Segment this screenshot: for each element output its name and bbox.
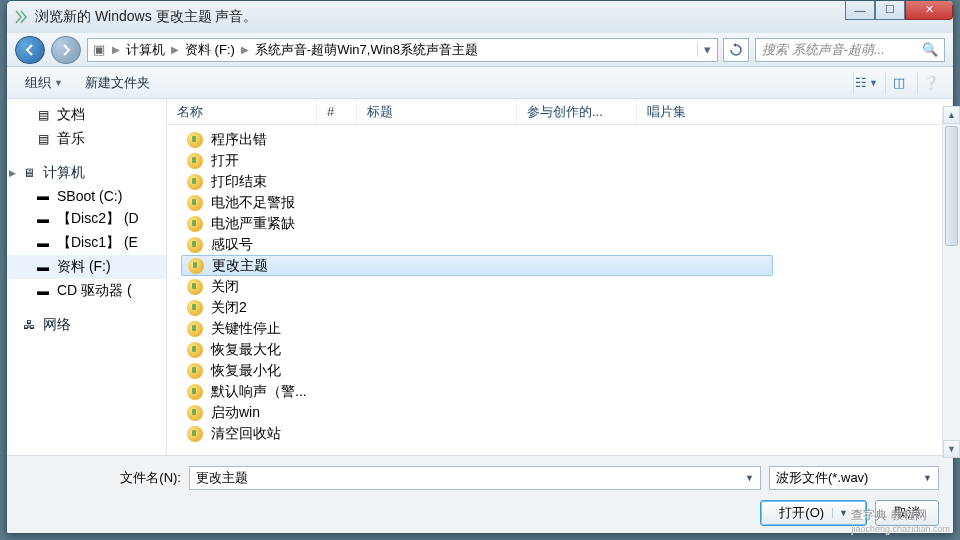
file-row[interactable]: 打开 xyxy=(167,150,953,171)
sidebar-item-drive[interactable]: ▬SBoot (C:) xyxy=(7,185,166,207)
path-dropdown[interactable]: ▾ xyxy=(697,42,717,57)
network-icon: 🖧 xyxy=(21,317,37,333)
scroll-up-button[interactable]: ▲ xyxy=(943,106,960,124)
audio-file-icon xyxy=(187,132,203,148)
file-row[interactable]: 关闭2 xyxy=(167,297,953,318)
window-title: 浏览新的 Windows 更改主题 声音。 xyxy=(35,8,947,26)
col-title[interactable]: 标题 xyxy=(357,99,517,124)
drive-icon: ▬ xyxy=(35,259,51,275)
audio-file-icon xyxy=(187,384,203,400)
dialog-body: ▤文档 ▤音乐 ▶🖥计算机 ▬SBoot (C:)▬【Disc2】 (D▬【Di… xyxy=(7,99,953,455)
file-row[interactable]: 清空回收站 xyxy=(167,423,953,444)
file-row[interactable]: 启动win xyxy=(167,402,953,423)
sidebar-item-drive[interactable]: ▬资料 (F:) xyxy=(7,255,166,279)
drive-icon: ▬ xyxy=(35,235,51,251)
title-bar[interactable]: 浏览新的 Windows 更改主题 声音。 — ☐ ✕ xyxy=(7,1,953,33)
audio-file-icon xyxy=(187,342,203,358)
nav-tree[interactable]: ▤文档 ▤音乐 ▶🖥计算机 ▬SBoot (C:)▬【Disc2】 (D▬【Di… xyxy=(7,99,167,455)
forward-button[interactable] xyxy=(51,36,81,64)
audio-file-icon xyxy=(187,195,203,211)
column-headers[interactable]: 名称 # 标题 参与创作的... 唱片集 xyxy=(167,99,953,125)
audio-file-icon xyxy=(187,237,203,253)
toolbar: 组织▼ 新建文件夹 ☷ ▼ ◫ ❔ xyxy=(7,67,953,99)
new-folder-button[interactable]: 新建文件夹 xyxy=(77,71,158,95)
audio-file-icon xyxy=(187,216,203,232)
watermark: 查字典 教程网 jiaocheng.chazidian.com xyxy=(851,507,950,534)
crumb-folder[interactable]: 系统声音-超萌Win7,Win8系统声音主题 xyxy=(251,41,482,59)
sidebar-item-drive[interactable]: ▬【Disc1】 (E xyxy=(7,231,166,255)
col-authors[interactable]: 参与创作的... xyxy=(517,99,637,124)
file-row[interactable]: 恢复最大化 xyxy=(167,339,953,360)
scroll-thumb[interactable] xyxy=(945,126,958,246)
audio-file-icon xyxy=(187,279,203,295)
filename-input[interactable]: 更改主题▼ xyxy=(189,466,761,490)
organize-button[interactable]: 组织▼ xyxy=(17,71,71,95)
refresh-button[interactable] xyxy=(723,38,749,62)
file-area: 名称 # 标题 参与创作的... 唱片集 程序出错打开打印结束电池不足警报电池严… xyxy=(167,99,953,455)
folder-icon: ▣ xyxy=(88,42,110,57)
search-input[interactable]: 搜索 系统声音-超萌... 🔍 xyxy=(755,38,945,62)
drive-icon: ▬ xyxy=(35,188,51,204)
drive-icon: ▬ xyxy=(35,211,51,227)
document-icon: ▤ xyxy=(35,107,51,123)
file-row[interactable]: 默认响声（警... xyxy=(167,381,953,402)
audio-file-icon xyxy=(188,258,204,274)
file-row[interactable]: 程序出错 xyxy=(167,129,953,150)
file-row[interactable]: 恢复最小化 xyxy=(167,360,953,381)
file-row[interactable]: 打印结束 xyxy=(167,171,953,192)
file-row[interactable]: 关键性停止 xyxy=(167,318,953,339)
audio-file-icon xyxy=(187,174,203,190)
file-dialog-window: 浏览新的 Windows 更改主题 声音。 — ☐ ✕ ▣ ▶ 计算机 ▶ 资料… xyxy=(6,0,954,534)
scroll-down-button[interactable]: ▼ xyxy=(943,440,960,458)
filename-label: 文件名(N): xyxy=(21,469,181,487)
chevron-down-icon: ▼ xyxy=(54,78,63,88)
file-list[interactable]: 程序出错打开打印结束电池不足警报电池严重紧缺感叹号更改主题关闭关闭2关键性停止恢… xyxy=(167,125,953,455)
audio-file-icon xyxy=(187,363,203,379)
file-row[interactable]: 感叹号 xyxy=(167,234,953,255)
chevron-right-icon: ▶ xyxy=(169,44,181,55)
sidebar-item-documents[interactable]: ▤文档 xyxy=(7,103,166,127)
col-number[interactable]: # xyxy=(317,99,357,124)
audio-file-icon xyxy=(187,321,203,337)
sidebar-item-music[interactable]: ▤音乐 xyxy=(7,127,166,151)
audio-file-icon xyxy=(187,405,203,421)
sidebar-group-network[interactable]: 🖧网络 xyxy=(7,313,166,337)
close-button[interactable]: ✕ xyxy=(905,0,953,20)
dialog-footer: 文件名(N): 更改主题▼ 波形文件(*.wav)▼ 打开(O)▼ 取消 xyxy=(7,455,953,533)
app-icon xyxy=(13,9,29,25)
chevron-down-icon[interactable]: ▼ xyxy=(832,508,848,518)
search-placeholder: 搜索 系统声音-超萌... xyxy=(762,41,885,59)
view-button[interactable]: ☷ ▼ xyxy=(853,72,879,94)
help-button[interactable]: ❔ xyxy=(917,72,943,94)
drive-icon: ▬ xyxy=(35,283,51,299)
vertical-scrollbar[interactable]: ▲ ▼ xyxy=(942,106,960,458)
sidebar-item-drive[interactable]: ▬【Disc2】 (D xyxy=(7,207,166,231)
preview-pane-button[interactable]: ◫ xyxy=(885,72,911,94)
file-row[interactable]: 关闭 xyxy=(167,276,953,297)
chevron-right-icon: ▶ xyxy=(239,44,251,55)
file-row[interactable]: 电池不足警报 xyxy=(167,192,953,213)
audio-file-icon xyxy=(187,153,203,169)
crumb-drive[interactable]: 资料 (F:) xyxy=(181,41,239,59)
chevron-right-icon: ▶ xyxy=(110,44,122,55)
music-icon: ▤ xyxy=(35,131,51,147)
breadcrumb[interactable]: ▣ ▶ 计算机 ▶ 资料 (F:) ▶ 系统声音-超萌Win7,Win8系统声音… xyxy=(87,38,718,62)
col-album[interactable]: 唱片集 xyxy=(637,99,953,124)
chevron-down-icon[interactable]: ▼ xyxy=(923,473,932,483)
maximize-button[interactable]: ☐ xyxy=(875,0,905,20)
back-button[interactable] xyxy=(15,36,45,64)
file-row[interactable]: 电池严重紧缺 xyxy=(167,213,953,234)
expand-icon[interactable]: ▶ xyxy=(9,168,16,178)
computer-icon: 🖥 xyxy=(21,165,37,181)
crumb-computer[interactable]: 计算机 xyxy=(122,41,169,59)
nav-bar: ▣ ▶ 计算机 ▶ 资料 (F:) ▶ 系统声音-超萌Win7,Win8系统声音… xyxy=(7,33,953,67)
col-name[interactable]: 名称 xyxy=(167,99,317,124)
sidebar-group-computer[interactable]: ▶🖥计算机 xyxy=(7,161,166,185)
window-buttons: — ☐ ✕ xyxy=(845,0,953,20)
filetype-select[interactable]: 波形文件(*.wav)▼ xyxy=(769,466,939,490)
chevron-down-icon[interactable]: ▼ xyxy=(745,473,754,483)
minimize-button[interactable]: — xyxy=(845,0,875,20)
audio-file-icon xyxy=(187,300,203,316)
file-row[interactable]: 更改主题 xyxy=(181,255,773,276)
sidebar-item-drive[interactable]: ▬CD 驱动器 ( xyxy=(7,279,166,303)
